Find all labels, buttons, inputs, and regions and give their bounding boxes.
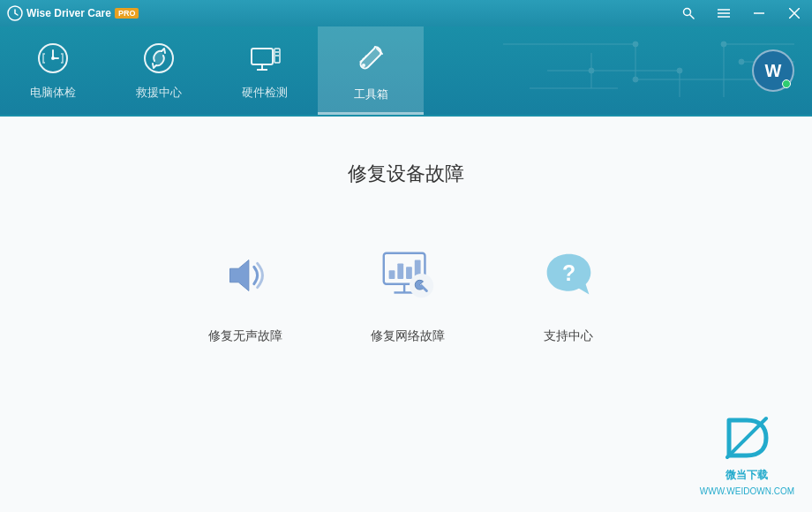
svg-point-26 bbox=[51, 56, 55, 60]
nav-label-hardware: 硬件检测 bbox=[242, 85, 288, 101]
avatar-letter: W bbox=[765, 61, 782, 81]
online-indicator bbox=[782, 79, 791, 88]
nav-label-rescue: 救援中心 bbox=[136, 85, 182, 101]
fix-network-icon bbox=[372, 240, 443, 311]
nav-label-pc-check: 电脑体检 bbox=[30, 85, 76, 101]
navbar: 电脑体检 救援中心 硬件检测 bbox=[0, 26, 812, 115]
minimize-button[interactable] bbox=[741, 0, 777, 26]
svg-point-24 bbox=[739, 59, 744, 64]
svg-point-19 bbox=[589, 68, 594, 73]
watermark-logo-icon bbox=[720, 411, 773, 464]
page-title: 修复设备故障 bbox=[348, 161, 464, 187]
tool-support[interactable]: ? 支持中心 bbox=[533, 240, 604, 344]
support-icon: ? bbox=[533, 240, 604, 311]
svg-text:?: ? bbox=[561, 261, 575, 285]
svg-point-17 bbox=[633, 77, 638, 82]
svg-point-23 bbox=[721, 41, 726, 47]
nav-item-toolbox[interactable]: 工具箱 bbox=[318, 26, 424, 115]
titlebar: Wise Driver Care PRO bbox=[0, 0, 812, 26]
nav-item-pc-check[interactable]: 电脑体检 bbox=[0, 26, 106, 115]
nav-item-rescue[interactable]: 救援中心 bbox=[106, 26, 212, 115]
tool-fix-network[interactable]: 修复网络故障 bbox=[371, 240, 445, 344]
close-button[interactable] bbox=[777, 0, 812, 26]
avatar[interactable]: W bbox=[752, 49, 794, 92]
watermark-text: 微当下载 bbox=[726, 468, 768, 483]
svg-point-16 bbox=[633, 41, 638, 47]
main-content: 修复设备故障 修复无声故障 bbox=[0, 117, 812, 512]
avatar-area[interactable]: W bbox=[752, 49, 794, 92]
hardware-icon bbox=[248, 41, 282, 79]
svg-rect-28 bbox=[252, 49, 273, 64]
nav-label-toolbox: 工具箱 bbox=[354, 87, 388, 102]
menu-button[interactable] bbox=[706, 0, 741, 26]
svg-point-34 bbox=[362, 64, 365, 67]
svg-point-18 bbox=[677, 68, 682, 73]
tool-fix-sound[interactable]: 修复无声故障 bbox=[208, 240, 282, 344]
pc-check-icon bbox=[36, 41, 70, 79]
fix-network-label: 修复网络故障 bbox=[371, 328, 445, 344]
app-title: Wise Driver Care bbox=[26, 7, 111, 19]
svg-line-2 bbox=[690, 15, 694, 19]
window-controls bbox=[671, 0, 812, 26]
nav-item-hardware[interactable]: 硬件检测 bbox=[212, 26, 318, 115]
fix-sound-icon bbox=[210, 240, 281, 311]
search-button[interactable] bbox=[671, 0, 706, 26]
svg-rect-39 bbox=[389, 270, 395, 279]
watermark: 微当下载 WWW.WEIDOWN.COM bbox=[700, 411, 794, 496]
toolbox-icon bbox=[352, 40, 389, 81]
rescue-icon bbox=[142, 41, 176, 79]
svg-point-1 bbox=[684, 9, 691, 16]
watermark-url: WWW.WEIDOWN.COM bbox=[700, 486, 794, 496]
app-icon bbox=[7, 5, 23, 21]
tools-grid: 修复无声故障 bbox=[208, 240, 604, 344]
support-label: 支持中心 bbox=[544, 328, 593, 344]
pro-badge: PRO bbox=[115, 8, 139, 19]
svg-rect-40 bbox=[397, 263, 403, 279]
fix-sound-label: 修复无声故障 bbox=[208, 328, 282, 344]
svg-rect-41 bbox=[406, 267, 412, 279]
